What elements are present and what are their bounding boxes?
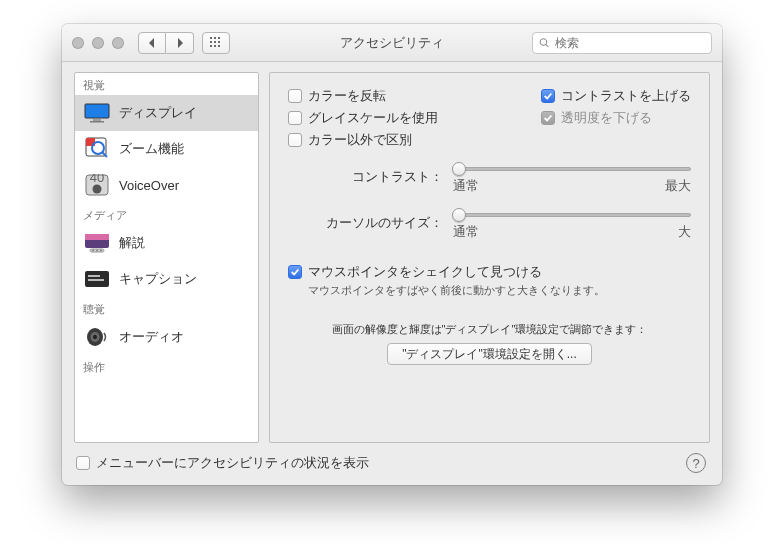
group-hearing: 聴覚 — [75, 297, 258, 319]
svg-rect-10 — [93, 119, 101, 121]
contrast-slider[interactable] — [453, 167, 691, 171]
shake-subtext: マウスポインタをすばやく前後に動かすと大きくなります。 — [308, 283, 691, 298]
shake-to-locate-checkbox[interactable]: マウスポインタをシェイクして見つける — [288, 263, 691, 281]
zoom-icon — [83, 137, 111, 161]
cursor-size-label: カーソルのサイズ： — [288, 213, 443, 232]
search-icon — [539, 37, 550, 49]
sidebar-item-label: 解説 — [119, 234, 145, 252]
sidebar-item-display[interactable]: ディスプレイ — [75, 95, 258, 131]
display-icon — [83, 101, 111, 125]
sidebar-item-label: オーディオ — [119, 328, 184, 346]
svg-rect-20 — [85, 234, 109, 240]
svg-rect-5 — [218, 41, 220, 43]
svg-rect-8 — [218, 45, 220, 47]
group-vision: 視覚 — [75, 73, 258, 95]
voiceover-icon: 40 — [83, 173, 111, 197]
svg-rect-9 — [85, 104, 109, 118]
svg-point-17 — [93, 185, 102, 194]
cursor-size-slider[interactable] — [453, 213, 691, 217]
svg-rect-6 — [210, 45, 212, 47]
differentiate-checkbox[interactable]: カラー以外で区別 — [288, 131, 438, 149]
zoom-button[interactable] — [112, 37, 124, 49]
accessibility-window: アクセシビリティ 視覚 ディスプレイ ズーム機能 40 VoiceOver — [62, 24, 722, 485]
titlebar: アクセシビリティ — [62, 24, 722, 62]
reduce-transparency-checkbox: 透明度を下げる — [541, 109, 691, 127]
svg-rect-3 — [210, 41, 212, 43]
invert-colors-checkbox[interactable]: カラーを反転 — [288, 87, 438, 105]
search-field[interactable] — [532, 32, 712, 54]
svg-point-22 — [92, 250, 94, 252]
grayscale-checkbox[interactable]: グレイスケールを使用 — [288, 109, 438, 127]
group-interacting: 操作 — [75, 355, 258, 377]
category-sidebar[interactable]: 視覚 ディスプレイ ズーム機能 40 VoiceOver メディア 解説 — [74, 72, 259, 443]
svg-point-24 — [100, 250, 102, 252]
sidebar-item-label: VoiceOver — [119, 178, 179, 193]
contrast-label: コントラスト： — [288, 167, 443, 186]
open-display-prefs-button[interactable]: "ディスプレイ"環境設定を開く... — [387, 343, 592, 365]
svg-rect-1 — [214, 37, 216, 39]
minimize-button[interactable] — [92, 37, 104, 49]
svg-rect-11 — [90, 121, 104, 123]
sidebar-item-voiceover[interactable]: 40 VoiceOver — [75, 167, 258, 203]
increase-contrast-checkbox[interactable]: コントラストを上げる — [541, 87, 691, 105]
show-in-menubar-checkbox[interactable]: メニューバーにアクセシビリティの状況を表示 — [76, 454, 369, 472]
svg-point-30 — [93, 335, 97, 339]
search-input[interactable] — [555, 36, 705, 50]
sidebar-item-audio[interactable]: オーディオ — [75, 319, 258, 355]
group-media: メディア — [75, 203, 258, 225]
show-all-button[interactable] — [202, 32, 230, 54]
audio-icon — [83, 325, 111, 349]
sidebar-item-zoom[interactable]: ズーム機能 — [75, 131, 258, 167]
sidebar-item-label: キャプション — [119, 270, 197, 288]
svg-rect-2 — [218, 37, 220, 39]
sidebar-item-captions[interactable]: キャプション — [75, 261, 258, 297]
sidebar-item-label: ズーム機能 — [119, 140, 184, 158]
sidebar-item-label: ディスプレイ — [119, 104, 197, 122]
captions-icon — [83, 267, 111, 291]
display-settings-panel: カラーを反転 グレイスケールを使用 カラー以外で区別 コントラストを上げる 透明… — [269, 72, 710, 443]
traffic-lights — [72, 37, 124, 49]
svg-rect-26 — [88, 275, 100, 277]
svg-rect-27 — [88, 279, 104, 281]
svg-rect-7 — [214, 45, 216, 47]
svg-point-23 — [96, 250, 98, 252]
svg-rect-0 — [210, 37, 212, 39]
svg-rect-4 — [214, 41, 216, 43]
descriptions-icon — [83, 231, 111, 255]
display-prefs-info: 画面の解像度と輝度は"ディスプレイ"環境設定で調節できます： — [332, 322, 648, 337]
close-button[interactable] — [72, 37, 84, 49]
sidebar-item-descriptions[interactable]: 解説 — [75, 225, 258, 261]
back-button[interactable] — [138, 32, 166, 54]
svg-text:40: 40 — [90, 174, 104, 185]
forward-button[interactable] — [166, 32, 194, 54]
help-button[interactable]: ? — [686, 453, 706, 473]
